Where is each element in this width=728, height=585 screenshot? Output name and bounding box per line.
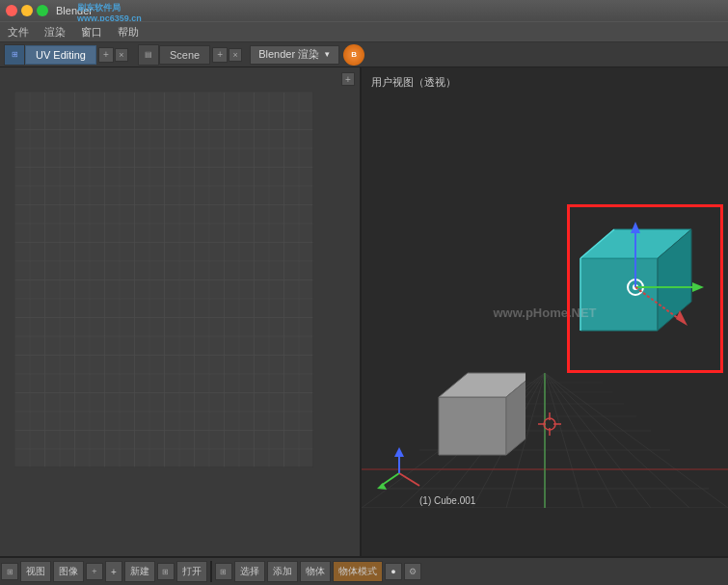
tab-close-button[interactable]: × [115, 48, 128, 62]
viewport-label: 用户视图（透视） [371, 75, 456, 90]
menu-file[interactable]: 文件 [0, 22, 37, 41]
status-image-btn[interactable]: 图像 [53, 561, 84, 582]
blender-logo[interactable]: B [343, 44, 364, 66]
svg-rect-2 [14, 92, 313, 467]
svg-marker-27 [439, 397, 506, 455]
main-content: + 用户视图（透视） [0, 67, 728, 556]
status-object-btn[interactable]: 物体 [300, 561, 331, 582]
svg-marker-40 [692, 282, 704, 292]
teal-cube [566, 210, 720, 369]
close-button[interactable] [6, 5, 17, 16]
maximize-button[interactable] [37, 5, 48, 16]
tab-add-button[interactable]: + [98, 47, 114, 63]
status-icon-mid[interactable]: ⊞ [157, 563, 175, 580]
status-viewport-btn[interactable]: 打开 [176, 561, 207, 582]
menu-help[interactable]: 帮助 [110, 22, 147, 41]
status-select-btn[interactable]: 选择 [234, 561, 265, 582]
scene-panel-icon[interactable]: ▤ [138, 44, 159, 66]
status-view-btn[interactable]: 视图 [20, 561, 51, 582]
tab-uv-editing[interactable]: UV Editing [25, 45, 96, 65]
uv-panel-icon[interactable]: ⊞ [4, 44, 25, 66]
axis-widget [373, 447, 426, 500]
svg-marker-30 [580, 258, 658, 331]
status-add-mesh-btn[interactable]: 添加 [267, 561, 298, 582]
svg-line-48 [381, 473, 399, 486]
menu-render[interactable]: 渲染 [37, 22, 73, 41]
gray-cube [419, 359, 526, 465]
menu-window[interactable]: 窗口 [73, 22, 110, 41]
crosshair [538, 412, 561, 436]
status-mode-btn[interactable]: 物体模式 [333, 561, 383, 582]
status-new-btn[interactable]: + [105, 561, 122, 582]
viewport-panel: 用户视图（透视） [362, 67, 728, 556]
titlebar: Blender 刷东软件局 www.pc6359.cn [0, 0, 728, 21]
tab-scene-add-button[interactable]: + [212, 47, 228, 63]
tab-scene-close-button[interactable]: × [229, 48, 242, 62]
minimize-button[interactable] [21, 5, 33, 16]
menubar: 文件 渲染 窗口 帮助 [0, 21, 728, 42]
status-settings-icon[interactable]: ⚙ [404, 563, 421, 580]
svg-marker-38 [631, 222, 640, 233]
status-render-icon[interactable]: ● [385, 563, 402, 580]
window-controls [0, 5, 48, 16]
status-open-btn[interactable]: 新建 [124, 561, 155, 582]
statusbar: ⊞ 视图 图像 + + 新建 ⊞ 打开 ⊞ 选择 添加 物体 物体模式 ● ⚙ [0, 556, 728, 585]
status-divider [210, 561, 212, 582]
uv-editor-panel: + [0, 67, 362, 556]
svg-line-50 [399, 473, 419, 486]
uv-grid [14, 92, 313, 467]
tabbar: ⊞ UV Editing + × ▤ Scene + × Blender 渲染 … [0, 42, 728, 67]
svg-marker-52 [394, 447, 404, 457]
cube-label: (1) Cube.001 [419, 495, 475, 506]
uv-panel-expand-button[interactable]: + [341, 72, 355, 86]
tab-scene[interactable]: Scene [159, 45, 210, 65]
status-add-icon[interactable]: + [86, 563, 103, 580]
status-icon-right[interactable]: ⊞ [215, 563, 232, 580]
status-icon-left[interactable]: ⊞ [1, 563, 18, 580]
render-engine-dropdown[interactable]: Blender 渲染 ▼ [250, 45, 339, 65]
dropdown-arrow-icon: ▼ [323, 50, 331, 59]
